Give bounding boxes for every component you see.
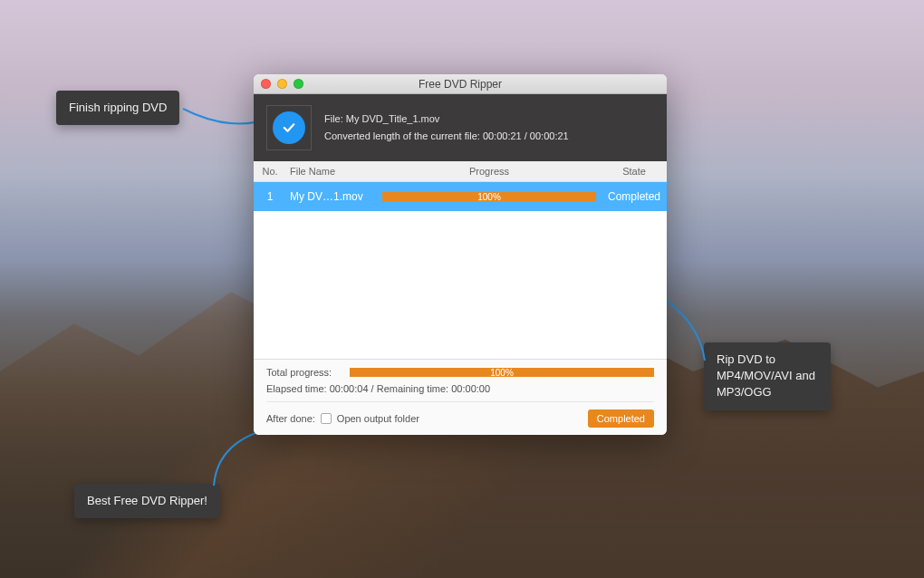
annotation-best-free: Best Free DVD Ripper! <box>74 484 220 518</box>
maximize-button[interactable] <box>294 79 303 89</box>
close-button[interactable] <box>261 79 271 89</box>
after-done-label: After done: <box>266 413 315 424</box>
annotation-finish-ripping: Finish ripping DVD <box>56 91 179 125</box>
table-header: No. File Name Progress State <box>254 161 667 182</box>
annotation-rip-formats: Rip DVD to MP4/MOV/AVI and MP3/OGG <box>704 342 831 410</box>
open-output-label[interactable]: Open output folder <box>337 413 419 424</box>
completed-button[interactable]: Completed <box>588 409 654 428</box>
row-progress-pct: 100% <box>477 192 501 202</box>
header-text: File: My DVD_Title_1.mov Converted lengt… <box>324 111 569 144</box>
converted-length-label: Converted length of the current file: 00… <box>324 128 569 145</box>
checkmark-icon <box>273 111 305 144</box>
col-header-no[interactable]: No. <box>254 166 286 177</box>
col-header-progress[interactable]: Progress <box>377 166 602 177</box>
titlebar[interactable]: Free DVD Ripper <box>254 74 667 94</box>
window-title: Free DVD Ripper <box>254 78 667 91</box>
cell-progress: 100% <box>377 192 602 201</box>
traffic-lights <box>261 79 303 89</box>
app-window: Free DVD Ripper File: My DVD_Title_1.mov… <box>254 74 667 435</box>
minimize-button[interactable] <box>277 79 287 89</box>
col-header-filename[interactable]: File Name <box>286 166 377 177</box>
open-output-checkbox[interactable] <box>321 413 332 424</box>
file-label: File: My DVD_Title_1.mov <box>324 111 569 128</box>
row-progress-bar: 100% <box>382 192 596 201</box>
table-body: 1 My DV…1.mov 100% Completed <box>254 182 667 359</box>
total-progress-pct: 100% <box>490 368 514 378</box>
total-progress-row: Total progress: 100% <box>266 367 654 378</box>
total-progress-bar: 100% <box>350 368 654 377</box>
cell-no: 1 <box>254 190 286 203</box>
thumbnail-box <box>266 105 312 150</box>
col-header-state[interactable]: State <box>602 166 667 177</box>
total-progress-label: Total progress: <box>266 367 350 378</box>
cell-filename: My DV…1.mov <box>286 190 377 203</box>
elapsed-remaining-label: Elapsed time: 00:00:04 / Remaining time:… <box>266 383 654 394</box>
footer-panel: Total progress: 100% Elapsed time: 00:00… <box>254 359 667 435</box>
header-panel: File: My DVD_Title_1.mov Converted lengt… <box>254 94 667 161</box>
cell-state: Completed <box>602 190 667 203</box>
table-row[interactable]: 1 My DV…1.mov 100% Completed <box>254 182 667 211</box>
after-done-group: After done: Open output folder <box>266 413 419 424</box>
